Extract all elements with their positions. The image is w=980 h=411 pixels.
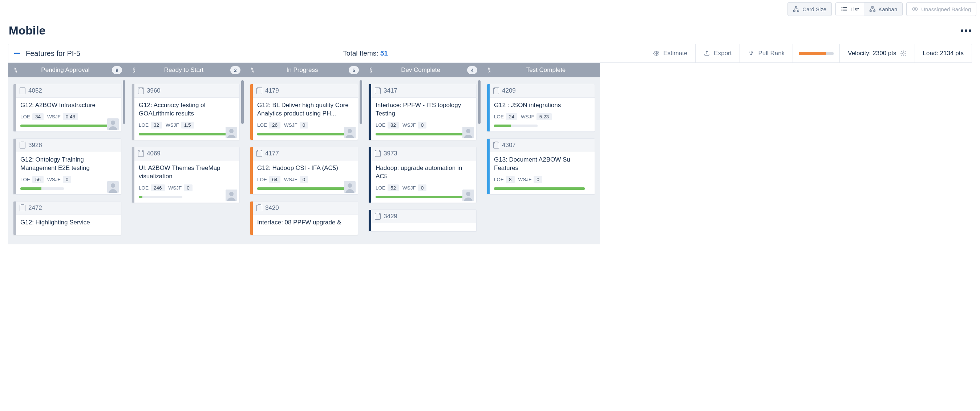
column-header[interactable]: In Progress6 (245, 63, 363, 77)
wsjf-chip: WSJF1.5 (165, 122, 194, 129)
total-items: Total Items: 51 (86, 44, 645, 62)
sitemap-icon (869, 6, 876, 12)
svg-point-4 (842, 9, 842, 10)
kanban-card[interactable]: 3429 (368, 209, 477, 232)
card-progress (494, 187, 585, 190)
more-menu-button[interactable] (961, 29, 971, 32)
kanban-card[interactable]: 3417Interface: PPFW - ITS topology Testi… (368, 84, 477, 140)
card-header: 2472 (16, 202, 121, 215)
scrollbar-thumb[interactable] (360, 80, 362, 124)
card-progress (257, 133, 348, 135)
scrollbar-thumb[interactable] (478, 80, 480, 124)
card-chips: LOE8WSJF0 (494, 176, 590, 183)
card-accent (250, 147, 253, 194)
pull-rank-button[interactable]: Pull Rank (740, 44, 792, 62)
column-header[interactable]: Pending Approval9 (8, 63, 126, 77)
card-title: Hadoop: upgrade automation in AC5 (375, 164, 472, 181)
card-title: G12: A2BOW Infrastracture (20, 101, 116, 109)
card-body: UI: A2BOW Themes TreeMap visualizationLO… (134, 160, 239, 203)
card-accent (13, 139, 16, 194)
kanban-card[interactable]: 4179G12: BL Deliver high quality Core An… (250, 84, 358, 140)
kanban-card[interactable]: 4209G12 : JSON integrationsLOE24WSJF5.23 (487, 84, 595, 132)
view-list-button[interactable]: List (836, 3, 864, 16)
kanban-card[interactable]: 3960G12: Accuracy testing of GOALrithmic… (132, 84, 240, 140)
column-body: 4052G12: A2BOW InfrastractureLOE34WSJF0.… (8, 77, 126, 244)
loe-chip: LOE82 (375, 122, 399, 129)
card-progress (494, 125, 538, 127)
card-header: 3420 (253, 202, 358, 215)
card-title: G12 : JSON integrations (494, 101, 590, 109)
scrollbar-thumb[interactable] (241, 80, 244, 124)
kanban-card[interactable]: 3973Hadoop: upgrade automation in AC5LOE… (368, 147, 477, 203)
view-list-label: List (850, 6, 859, 12)
card-id: 4307 (502, 141, 516, 149)
kanban-card[interactable]: 2472G12: Highlighting Service (13, 201, 121, 235)
assignee-avatar[interactable] (226, 189, 237, 201)
card-body: Hadoop: upgrade automation in AC5LOE52WS… (371, 160, 476, 203)
column-body: 3960G12: Accuracy testing of GOALrithmic… (126, 77, 245, 244)
card-header: 3973 (371, 147, 476, 160)
kanban-card[interactable]: 3928G12: Ontology Training Management E2… (13, 138, 121, 195)
column-count: 6 (349, 66, 359, 74)
document-icon (493, 142, 499, 149)
column-title: Pending Approval (22, 67, 108, 74)
assignee-avatar[interactable] (107, 118, 119, 130)
document-icon (375, 150, 381, 157)
export-button[interactable]: Export (695, 44, 740, 62)
card-title: G12: Hadoop CSI - IFA (AC5) (257, 164, 353, 173)
column-count: 9 (112, 66, 122, 74)
card-id: 4209 (502, 87, 516, 94)
gear-icon[interactable] (900, 50, 907, 57)
card-body: G12: A2BOW InfrastractureLOE34WSJF0.48 (16, 98, 121, 132)
card-accent (369, 147, 371, 203)
kanban-card[interactable]: 4307G13: Document A2BOW Su FeaturesLOE8W… (487, 138, 595, 195)
column-header[interactable]: Dev Complete4 (363, 63, 482, 77)
wsjf-chip: WSJF0 (284, 176, 308, 183)
wsjf-chip: WSJF5.23 (521, 113, 552, 120)
assignee-avatar[interactable] (344, 181, 356, 193)
card-progress (20, 125, 111, 127)
loe-chip: LOE52 (375, 184, 399, 191)
assignee-avatar[interactable] (344, 127, 356, 138)
view-kanban-button[interactable]: Kanban (864, 3, 903, 16)
sitemap-icon (793, 6, 799, 12)
card-size-button[interactable]: Card Size (788, 2, 832, 16)
column-header[interactable]: Ready to Start2 (126, 63, 245, 77)
assignee-avatar[interactable] (462, 189, 474, 201)
document-icon (20, 87, 25, 94)
document-icon (375, 87, 381, 94)
kanban-card[interactable]: 3420Interface: 08 PPFW upgrade & (250, 201, 358, 235)
card-id: 4179 (265, 87, 279, 94)
assignee-avatar[interactable] (107, 181, 119, 193)
kanban-card[interactable]: 4069UI: A2BOW Themes TreeMap visualizati… (132, 147, 240, 203)
view-toggle: List Kanban (835, 2, 903, 16)
estimate-label: Estimate (663, 50, 687, 57)
card-id: 2472 (28, 205, 42, 212)
card-id: 3420 (265, 205, 279, 212)
kanban-card[interactable]: 4177G12: Hadoop CSI - IFA (AC5)LOE64WSJF… (250, 147, 358, 195)
card-body (371, 223, 476, 231)
wsjf-chip: WSJF0 (518, 176, 542, 183)
unassigned-backlog-button[interactable]: Unassigned Backlog (906, 2, 976, 16)
estimate-button[interactable]: Estimate (645, 44, 695, 62)
document-icon (138, 150, 144, 157)
card-progress (139, 196, 182, 198)
document-icon (138, 87, 144, 94)
card-chips: LOE246WSJF0 (139, 184, 235, 191)
card-progress (375, 196, 466, 198)
scrollbar-thumb[interactable] (123, 80, 125, 124)
column-count: 2 (230, 66, 240, 74)
card-progress (20, 187, 64, 190)
card-chips: LOE32WSJF1.5 (139, 122, 235, 129)
column-header[interactable]: Test Complete (482, 63, 600, 77)
card-accent (132, 84, 134, 140)
kanban-column: Pending Approval94052G12: A2BOW Infrastr… (8, 63, 126, 244)
assignee-avatar[interactable] (462, 127, 474, 138)
kanban-card[interactable]: 4052G12: A2BOW InfrastractureLOE34WSJF0.… (13, 84, 121, 132)
card-accent (132, 147, 134, 203)
assignee-avatar[interactable] (226, 127, 237, 138)
card-header: 3960 (134, 84, 239, 98)
card-chips: LOE24WSJF5.23 (494, 113, 590, 120)
control-bar: Features for PI-5 Total Items: 51 Estima… (8, 44, 972, 63)
features-section-toggle[interactable]: Features for PI-5 (8, 44, 86, 62)
